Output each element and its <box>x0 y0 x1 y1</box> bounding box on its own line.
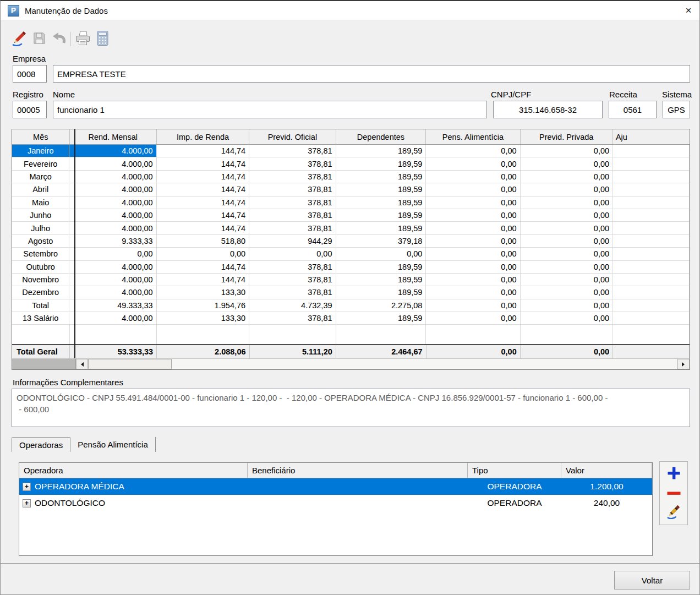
operadora-cell[interactable]: +OPERADORA MÉDICA <box>19 478 248 495</box>
grid-row[interactable]: Fevereiro4.000,00144,74378,81189,590,000… <box>12 157 690 170</box>
grid-cell[interactable]: 378,81 <box>249 261 336 273</box>
grid-cell[interactable]: 0,00 <box>426 286 520 298</box>
grid-cell[interactable]: 0,00 <box>426 261 520 273</box>
grid-cell[interactable] <box>613 286 690 298</box>
grid-cell[interactable]: 4.000,00 <box>69 312 156 324</box>
grid-cell[interactable] <box>613 196 690 209</box>
beneficiario-cell[interactable] <box>248 478 468 495</box>
grid-cell[interactable]: 0,00 <box>521 183 613 195</box>
grid-cell[interactable]: 144,74 <box>157 145 249 157</box>
grid-column-header[interactable]: Previd. Oficial <box>249 129 336 144</box>
cnpj-field[interactable]: 315.146.658-32 <box>493 101 603 118</box>
grid-cell-month[interactable]: Julho <box>12 222 69 234</box>
grid-cell-month[interactable]: Outubro <box>12 261 69 273</box>
grid-cell[interactable]: 9.333,33 <box>69 235 156 247</box>
grid-cell[interactable]: 1.954,76 <box>157 299 249 312</box>
grid-cell[interactable]: 0,00 <box>426 157 520 170</box>
grid-cell-month[interactable]: Abril <box>12 183 69 195</box>
grid-cell[interactable]: 378,81 <box>249 183 336 195</box>
grid-cell[interactable]: 144,74 <box>157 209 249 221</box>
grid-cell[interactable]: 144,74 <box>157 196 249 209</box>
grid-cell[interactable]: 144,74 <box>157 222 249 234</box>
operadora-cell[interactable]: +ODONTOLÓGICO <box>19 495 248 511</box>
horizontal-scrollbar[interactable] <box>12 358 690 369</box>
grid-cell[interactable]: 378,81 <box>249 171 336 183</box>
grid-row[interactable]: Janeiro4.000,00144,74378,81189,590,000,0… <box>12 145 690 157</box>
grid-cell[interactable]: 0,00 <box>521 196 613 209</box>
grid-cell[interactable]: 378,81 <box>249 209 336 221</box>
grid-cell[interactable]: 0,00 <box>521 222 613 234</box>
grid-cell[interactable]: 144,74 <box>157 261 249 273</box>
empresa-name-field[interactable]: EMPRESA TESTE <box>53 65 690 83</box>
grid-cell[interactable] <box>613 274 690 286</box>
operadoras-column-header[interactable]: Tipo <box>468 463 561 478</box>
grid-cell[interactable]: 0,00 <box>336 248 426 260</box>
grid-row[interactable]: Julho4.000,00144,74378,81189,590,000,00 <box>12 222 690 234</box>
grid-cell[interactable]: 0,00 <box>521 286 613 298</box>
grid-cell-month[interactable]: Dezembro <box>12 286 69 298</box>
grid-cell-month[interactable]: Janeiro <box>12 145 69 157</box>
grid-cell[interactable]: 189,59 <box>336 157 426 170</box>
grid-cell[interactable]: 4.000,00 <box>69 145 156 157</box>
grid-column-header[interactable]: Rend. Mensal <box>70 129 157 144</box>
grid-row[interactable]: Junho4.000,00144,74378,81189,590,000,00 <box>12 209 690 222</box>
receita-field[interactable]: 0561 <box>609 101 657 118</box>
grid-row[interactable]: Novembro4.000,00144,74378,81189,590,000,… <box>12 274 690 286</box>
grid-cell[interactable]: 944,29 <box>249 235 336 247</box>
operadoras-column-header[interactable]: Valor <box>561 463 652 478</box>
grid-column-header[interactable]: Imp. de Renda <box>157 129 249 144</box>
remove-button[interactable] <box>663 485 685 501</box>
calculator-button[interactable] <box>92 30 112 48</box>
grid-cell[interactable]: 0,00 <box>426 145 520 157</box>
grid-cell[interactable]: 0,00 <box>521 209 613 221</box>
expand-icon[interactable]: + <box>23 483 31 491</box>
operadoras-row[interactable]: +OPERADORA MÉDICAOPERADORA1.200,00 <box>19 478 652 495</box>
grid-cell[interactable]: 189,59 <box>336 312 426 324</box>
grid-cell[interactable] <box>613 222 690 234</box>
grid-cell[interactable]: 4.000,00 <box>69 261 156 273</box>
scrollbar-track[interactable] <box>172 359 677 369</box>
grid-cell[interactable]: 4.000,00 <box>69 274 156 286</box>
grid-cell[interactable]: 0,00 <box>521 145 613 157</box>
grid-cell[interactable]: 0,00 <box>426 248 520 260</box>
grid-cell[interactable]: 4.000,00 <box>69 222 156 234</box>
undo-button[interactable] <box>49 30 69 48</box>
grid-cell-month[interactable]: Agosto <box>12 235 69 247</box>
grid-cell[interactable]: 0,00 <box>521 248 613 260</box>
grid-column-header[interactable]: Mês <box>12 129 70 144</box>
grid-cell[interactable] <box>613 209 690 221</box>
tipo-cell[interactable]: OPERADORA <box>468 478 561 495</box>
grid-cell[interactable]: 4.000,00 <box>69 286 156 298</box>
empresa-code-field[interactable]: 0008 <box>13 65 47 83</box>
grid-column-header[interactable]: Previd. Privada <box>521 129 613 144</box>
grid-cell-month[interactable]: Setembro <box>12 248 69 260</box>
grid-row[interactable]: Abril4.000,00144,74378,81189,590,000,00 <box>12 183 690 196</box>
grid-cell[interactable] <box>613 183 690 195</box>
grid-cell[interactable]: 189,59 <box>336 196 426 209</box>
grid-cell[interactable]: 0,00 <box>521 299 613 312</box>
scroll-right-button[interactable] <box>677 359 690 369</box>
grid-cell[interactable]: 144,74 <box>157 183 249 195</box>
grid-cell[interactable]: 378,81 <box>249 312 336 324</box>
close-button[interactable]: × <box>677 4 699 17</box>
print-button[interactable] <box>73 30 92 48</box>
grid-cell[interactable]: 0,00 <box>249 248 336 260</box>
grid-cell[interactable]: 189,59 <box>336 171 426 183</box>
grid-column-header[interactable]: Aju <box>613 129 690 144</box>
scroll-left-button[interactable] <box>76 359 88 369</box>
grid-row[interactable]: Março4.000,00144,74378,81189,590,000,00 <box>12 171 690 183</box>
edit-button[interactable] <box>9 30 29 48</box>
save-button[interactable] <box>29 30 49 48</box>
grid-cell[interactable]: 378,81 <box>249 157 336 170</box>
grid-cell[interactable]: 4.732,39 <box>249 299 336 312</box>
grid-cell[interactable]: 2.275,08 <box>336 299 426 312</box>
tipo-cell[interactable]: OPERADORA <box>468 495 561 511</box>
grid-cell[interactable]: 0,00 <box>426 299 520 312</box>
grid-cell[interactable]: 0,00 <box>426 183 520 195</box>
grid-cell[interactable]: 378,81 <box>249 286 336 298</box>
grid-cell-month[interactable]: Maio <box>12 196 69 209</box>
grid-cell[interactable]: 49.333,33 <box>69 299 156 312</box>
grid-cell[interactable]: 0,00 <box>521 171 613 183</box>
grid-cell[interactable]: 378,81 <box>249 222 336 234</box>
grid-row[interactable]: Total49.333,331.954,764.732,392.275,080,… <box>12 299 690 312</box>
